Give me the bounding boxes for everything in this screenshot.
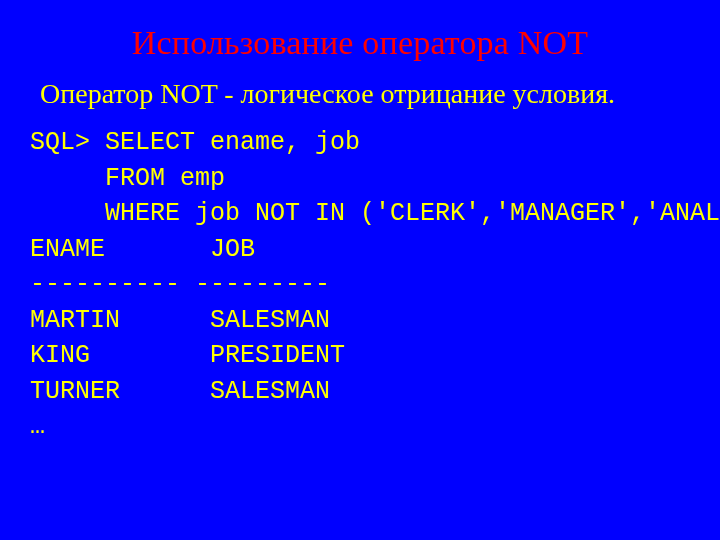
sql-output-header: ENAME JOB — [30, 232, 690, 268]
sql-query-line-1: SQL> SELECT ename, job — [30, 125, 690, 161]
sql-query-line-3: WHERE job NOT IN ('CLERK','MANAGER','ANA… — [30, 196, 690, 232]
sql-output-row-3: TURNER SALESMAN — [30, 374, 690, 410]
slide-description: Оператор NOT - логическое отрицание усло… — [40, 76, 690, 111]
sql-output-row-2: KING PRESIDENT — [30, 338, 690, 374]
slide-title: Использование оператора NOT — [30, 24, 690, 62]
sql-output-divider: ---------- --------- — [30, 267, 690, 303]
slide: Использование оператора NOT Оператор NOT… — [0, 0, 720, 540]
sql-output-row-1: MARTIN SALESMAN — [30, 303, 690, 339]
sql-output-ellipsis: … — [30, 409, 690, 445]
sql-query-line-2: FROM emp — [30, 161, 690, 197]
